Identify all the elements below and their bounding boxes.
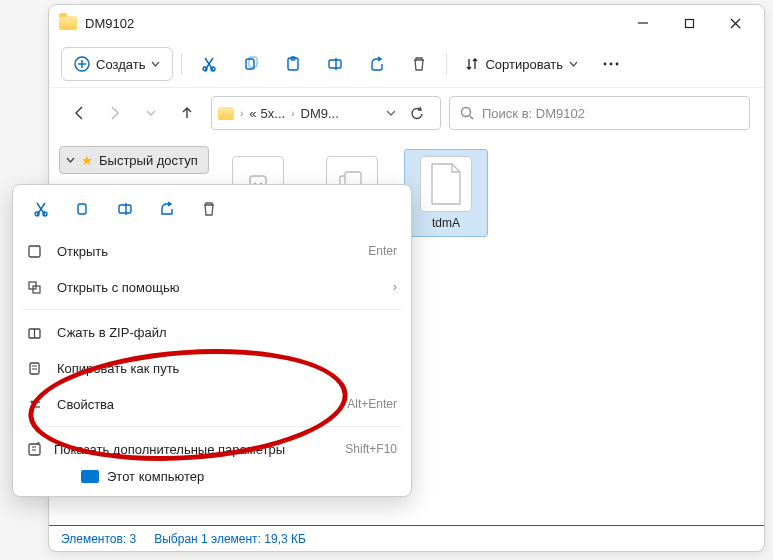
chevron-down-icon bbox=[151, 60, 160, 69]
chevron-down-icon[interactable] bbox=[386, 108, 396, 118]
ctx-open[interactable]: Открыть Enter bbox=[13, 233, 411, 269]
create-button[interactable]: Создать bbox=[61, 47, 173, 81]
ctx-cut-button[interactable] bbox=[23, 193, 59, 225]
svg-rect-32 bbox=[29, 246, 40, 257]
window-title: DM9102 bbox=[85, 16, 134, 31]
svg-rect-13 bbox=[329, 60, 341, 68]
rename-button[interactable] bbox=[316, 47, 354, 81]
address-seg1[interactable]: 5x... bbox=[261, 106, 286, 121]
nav-bar: › « 5x... › DM9... Поиск в: DM9102 bbox=[49, 88, 764, 138]
ctx-copy-path[interactable]: Копировать как путь bbox=[13, 350, 411, 386]
svg-point-15 bbox=[604, 63, 607, 66]
sort-label: Сортировать bbox=[485, 57, 563, 72]
search-icon bbox=[460, 106, 474, 120]
svg-rect-29 bbox=[78, 204, 86, 214]
ctx-more-shortcut: Shift+F10 bbox=[345, 442, 397, 456]
folder-icon bbox=[218, 107, 234, 120]
svg-point-17 bbox=[616, 63, 619, 66]
ctx-quick-actions bbox=[13, 185, 411, 233]
chevron-right-icon: › bbox=[291, 108, 294, 119]
more-icon bbox=[27, 442, 42, 457]
ctx-delete-button[interactable] bbox=[191, 193, 227, 225]
share-button[interactable] bbox=[358, 47, 396, 81]
address-prefix: « bbox=[249, 106, 256, 121]
svg-point-42 bbox=[31, 405, 34, 408]
paste-button[interactable] bbox=[274, 47, 312, 81]
address-seg2[interactable]: DM9... bbox=[301, 106, 339, 121]
ctx-properties[interactable]: Свойства Alt+Enter bbox=[13, 386, 411, 422]
recent-button[interactable] bbox=[135, 97, 167, 129]
search-bar[interactable]: Поиск в: DM9102 bbox=[449, 96, 750, 130]
ctx-open-with[interactable]: Открыть с помощью › bbox=[13, 269, 411, 305]
status-count: Элементов: 3 bbox=[61, 532, 136, 546]
open-icon bbox=[27, 244, 45, 259]
chevron-down-icon bbox=[569, 60, 578, 69]
ctx-show-more[interactable]: Показать дополнительные параметры Shift+… bbox=[13, 431, 411, 467]
back-button[interactable] bbox=[63, 97, 95, 129]
ctx-props-shortcut: Alt+Enter bbox=[347, 397, 397, 411]
sort-icon bbox=[465, 57, 479, 71]
zip-icon bbox=[27, 325, 45, 340]
ctx-copypath-label: Копировать как путь bbox=[57, 361, 397, 376]
file-item-3-selected[interactable]: tdmA bbox=[405, 150, 487, 236]
properties-icon bbox=[27, 397, 45, 412]
maximize-button[interactable] bbox=[666, 7, 712, 39]
svg-point-18 bbox=[462, 108, 471, 117]
status-selection: Выбран 1 элемент: 19,3 КБ bbox=[154, 532, 306, 546]
separator bbox=[23, 309, 401, 310]
ctx-open-label: Открыть bbox=[57, 244, 356, 259]
chevron-right-icon: › bbox=[393, 280, 397, 294]
ctx-rename-button[interactable] bbox=[107, 193, 143, 225]
sort-button[interactable]: Сортировать bbox=[455, 47, 588, 81]
separator bbox=[23, 426, 401, 427]
forward-button[interactable] bbox=[99, 97, 131, 129]
svg-line-19 bbox=[470, 116, 473, 119]
ctx-openwith-label: Открыть с помощью bbox=[57, 280, 381, 295]
sidebar-pc-label: Этот компьютер bbox=[107, 469, 204, 484]
more-button[interactable] bbox=[592, 47, 630, 81]
refresh-button[interactable] bbox=[400, 96, 434, 130]
delete-button[interactable] bbox=[400, 47, 438, 81]
openwith-icon bbox=[27, 280, 45, 295]
status-bar: Элементов: 3 Выбран 1 элемент: 19,3 КБ bbox=[49, 525, 764, 551]
copy-button[interactable] bbox=[232, 47, 270, 81]
ctx-more-label: Показать дополнительные параметры bbox=[54, 442, 333, 457]
svg-point-16 bbox=[610, 63, 613, 66]
file-thumb bbox=[420, 156, 472, 212]
separator bbox=[446, 53, 447, 75]
sidebar-item-quick-access[interactable]: ★ Быстрый доступ bbox=[59, 146, 209, 174]
ctx-props-label: Свойства bbox=[57, 397, 335, 412]
file-label: tdmA bbox=[432, 216, 460, 230]
close-button[interactable] bbox=[712, 7, 758, 39]
context-menu: Открыть Enter Открыть с помощью › Сжать … bbox=[12, 184, 412, 497]
window-controls bbox=[620, 7, 758, 39]
folder-icon bbox=[59, 16, 77, 30]
svg-rect-30 bbox=[119, 205, 131, 213]
up-button[interactable] bbox=[171, 97, 203, 129]
ctx-zip[interactable]: Сжать в ZIP-файл bbox=[13, 314, 411, 350]
ctx-share-button[interactable] bbox=[149, 193, 185, 225]
plus-icon bbox=[74, 56, 90, 72]
toolbar: Создать Сортировать bbox=[49, 41, 764, 88]
svg-rect-1 bbox=[685, 19, 693, 27]
copypath-icon bbox=[27, 361, 45, 376]
chevron-right-icon: › bbox=[240, 108, 243, 119]
cut-button[interactable] bbox=[190, 47, 228, 81]
search-placeholder: Поиск в: DM9102 bbox=[482, 106, 585, 121]
chevron-down-icon bbox=[66, 156, 75, 165]
star-icon: ★ bbox=[81, 153, 93, 168]
ctx-open-shortcut: Enter bbox=[368, 244, 397, 258]
sidebar-item-this-pc-overlay[interactable]: Этот компьютер bbox=[13, 467, 411, 490]
titlebar: DM9102 bbox=[49, 5, 764, 41]
monitor-icon bbox=[81, 470, 99, 483]
create-label: Создать bbox=[96, 57, 145, 72]
minimize-button[interactable] bbox=[620, 7, 666, 39]
separator bbox=[181, 53, 182, 75]
address-bar[interactable]: › « 5x... › DM9... bbox=[211, 96, 441, 130]
ctx-copy-button[interactable] bbox=[65, 193, 101, 225]
svg-point-40 bbox=[31, 400, 34, 403]
ctx-zip-label: Сжать в ZIP-файл bbox=[57, 325, 397, 340]
sidebar-quick-label: Быстрый доступ bbox=[99, 153, 198, 168]
